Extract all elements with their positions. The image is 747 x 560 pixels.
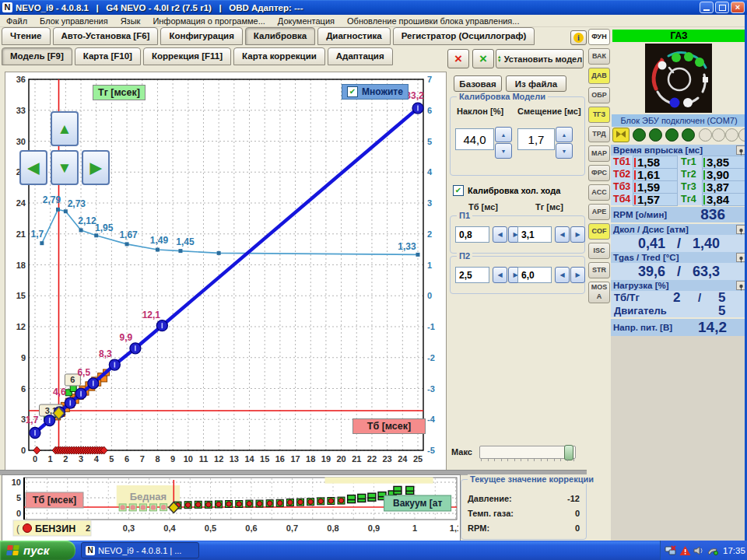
tab-Регистратор (Осциллограф)[interactable]: Регистратор (Осциллограф): [393, 27, 535, 45]
subtab-Адаптация[interactable]: Адаптация: [328, 47, 393, 65]
svg-text:25: 25: [413, 454, 423, 464]
p2-title: П2: [457, 251, 472, 261]
arrow-up-button[interactable]: ▲: [51, 111, 79, 146]
start-button[interactable]: пуск: [0, 541, 75, 560]
restore-button[interactable]: [715, 2, 729, 13]
p1-tg-right-button[interactable]: ▶: [570, 226, 585, 243]
slope-label: Наклон [%]: [457, 107, 503, 116]
menu-item[interactable]: Язык: [114, 16, 147, 26]
red-bar: [634, 195, 636, 205]
side-tab-ТГЗ[interactable]: ТГЗ: [588, 107, 610, 123]
menu-item[interactable]: Файл: [0, 16, 33, 26]
p2-tg-right-button[interactable]: ▶: [570, 267, 585, 283]
slope-down-button[interactable]: ▼: [495, 143, 512, 159]
network-disconnected-icon[interactable]: [665, 545, 677, 556]
side-tab-ВАК[interactable]: ВАК: [588, 48, 610, 65]
menu-item[interactable]: Обновление прошивки блока управления...: [341, 16, 525, 26]
side-tab-ФРС[interactable]: ФРС: [588, 165, 610, 181]
arrow-down-button[interactable]: ▼: [51, 150, 79, 185]
svg-text:-1: -1: [427, 322, 435, 331]
svg-text:(: (: [16, 523, 19, 534]
tab-Калибровка[interactable]: Калибровка: [245, 27, 315, 45]
app-icon: N: [2, 2, 12, 12]
subtab-Модель [F9][interactable]: Модель [F9]: [2, 47, 72, 65]
valve-icon[interactable]: [612, 128, 630, 142]
max-slider[interactable]: [479, 446, 576, 459]
offset-down-button[interactable]: ▼: [556, 143, 573, 159]
injection-row: Тб31,59Тг33,87: [611, 180, 747, 193]
load-engine-value: 5: [718, 304, 725, 317]
side-tab-ТРД[interactable]: ТРД: [588, 126, 610, 142]
svg-text:24: 24: [398, 454, 408, 464]
offset-up-button[interactable]: ▲: [556, 127, 573, 142]
volume-icon[interactable]: [693, 545, 704, 556]
side-tab-МАР[interactable]: МАР: [588, 145, 610, 162]
tab-Диагностика[interactable]: Диагностика: [317, 27, 391, 45]
side-tab-АСС[interactable]: АСС: [588, 184, 610, 201]
side-tab-ФУН[interactable]: ФУН: [588, 29, 610, 45]
minimize-button[interactable]: [700, 2, 714, 13]
arrow-right-button[interactable]: ▶: [82, 150, 110, 185]
side-tab-ISC[interactable]: ISC: [588, 243, 610, 259]
side-tab-MOS A[interactable]: MOS A: [588, 282, 610, 303]
side-tab-АРЕ[interactable]: АРЕ: [588, 204, 610, 220]
petrol-time-value: 1,57: [633, 193, 678, 206]
tab-Чтение[interactable]: Чтение: [2, 27, 51, 45]
menu-item[interactable]: Информация о программе...: [146, 16, 271, 26]
device-icon[interactable]: [707, 545, 719, 556]
side-tab-STR[interactable]: STR: [588, 262, 610, 278]
menu-item[interactable]: Документация: [272, 16, 341, 26]
cancel-button[interactable]: ×: [447, 49, 469, 68]
slope-input[interactable]: 44,0: [455, 128, 494, 150]
max-slider-thumb[interactable]: [564, 445, 573, 460]
svg-text:1,7: 1,7: [26, 415, 39, 425]
red-bar: [634, 158, 636, 167]
warning-icon[interactable]: [679, 545, 691, 556]
svg-text:2,79: 2,79: [43, 194, 61, 205]
injection-row: Тб11,58Тг13,85: [611, 156, 747, 168]
arrow-left-button[interactable]: ◀: [19, 150, 47, 185]
svg-text:0: 0: [33, 454, 37, 464]
load-label: Нагрузка [%]: [613, 281, 669, 290]
side-tab-ОБР[interactable]: ОБР: [588, 87, 610, 103]
install-model-button[interactable]: ▲▼ Установить модел: [496, 49, 584, 68]
svg-text:1,33: 1,33: [398, 241, 416, 252]
petrol-chart[interactable]: БеднаяТб [мсек]Вакуум [ат(БЕНЗИН20,30,40…: [2, 475, 458, 540]
svg-text:19: 19: [321, 454, 331, 464]
svg-text:5: 5: [16, 493, 21, 502]
p1-tb-left-button[interactable]: ◀: [493, 226, 507, 243]
windows-flag-icon: [5, 544, 20, 556]
close-button[interactable]: ×: [731, 2, 745, 13]
p2-tg-left-button[interactable]: ◀: [555, 267, 570, 283]
p1-tg-input[interactable]: 3,1: [517, 226, 552, 243]
svg-text:Бедная: Бедная: [130, 491, 167, 502]
p1-title: П1: [457, 211, 472, 220]
offset-input[interactable]: 1,7: [517, 128, 555, 150]
tg-column-label: Тг [мс]: [535, 202, 563, 212]
svg-text:2: 2: [63, 454, 68, 464]
idle-calibration-checkbox[interactable]: ✔ Калибровка хол. хода: [453, 185, 560, 196]
tab-Авто-Установка [F6][interactable]: Авто-Установка [F6]: [53, 27, 159, 45]
task-button[interactable]: N NEVO_i9 - 4.0.8.1 | ...: [81, 542, 199, 558]
injection-row: Тб41,57Тг43,84: [611, 193, 747, 205]
info-button[interactable]: i: [570, 30, 587, 45]
p2-tb-input[interactable]: 2,5: [455, 267, 489, 283]
base-model-button[interactable]: Базовая: [454, 75, 502, 92]
tab-Конфигурация[interactable]: Конфигурация: [160, 27, 242, 45]
p2-tb-left-button[interactable]: ◀: [493, 267, 507, 283]
subtab-Карта [F10][interactable]: Карта [F10]: [75, 47, 141, 65]
svg-text:2,73: 2,73: [68, 198, 86, 209]
apply-button[interactable]: ×: [472, 49, 494, 68]
p2-tg-input[interactable]: 6,0: [517, 267, 552, 283]
subtab-Коррекция [F11][interactable]: Коррекция [F11]: [143, 47, 231, 65]
subtab-Карта коррекции[interactable]: Карта коррекции: [233, 47, 325, 65]
p1-tg-left-button[interactable]: ◀: [555, 226, 570, 243]
correction-row: Давление:-12: [468, 494, 580, 503]
side-tab-ДАВ[interactable]: ДАВ: [588, 68, 610, 84]
from-file-button[interactable]: Из файла: [506, 75, 566, 92]
p1-tb-input[interactable]: 0,8: [455, 226, 489, 243]
slope-up-button[interactable]: ▲: [495, 127, 512, 142]
side-tab-COF[interactable]: COF: [588, 223, 610, 240]
menu-item[interactable]: Блок управления: [33, 16, 114, 26]
multiplier-toggle[interactable]: ✔ Множите: [342, 84, 409, 100]
